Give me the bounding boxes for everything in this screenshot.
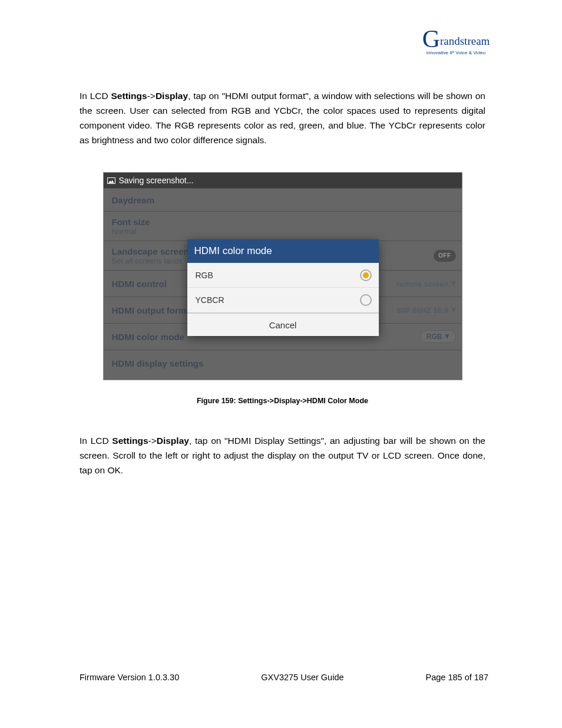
- device-screenshot: Saving screenshot... Daydream Font size …: [103, 172, 462, 380]
- row-hdmi-display-label: HDMI display settings: [112, 358, 204, 368]
- brand-initial: G: [422, 31, 440, 48]
- radio-selected-icon[interactable]: [360, 269, 372, 281]
- row-hdmi-output-right: 80P 60HZ 16:9: [397, 306, 456, 315]
- row-daydream-label: Daydream: [112, 195, 155, 205]
- row-font-size-value: Normal: [112, 227, 137, 236]
- p2-display: Display: [157, 436, 189, 446]
- status-bar: Saving screenshot...: [104, 173, 462, 188]
- p2-settings: Settings: [112, 436, 148, 446]
- document-page: Grandstream Innovative IP Voice & Video …: [0, 0, 562, 728]
- row-landscape-title: Landscape screen: [112, 246, 189, 256]
- footer-page-number: Page 185 of 187: [426, 673, 488, 682]
- row-font-size[interactable]: Font size Normal: [104, 212, 462, 241]
- paragraph-1: In LCD Settings->Display, tap on "HDMI o…: [80, 88, 485, 147]
- hdmi-color-mode-dialog: HDMI color mode RGB YCBCR Cancel: [187, 239, 379, 336]
- status-text: Saving screenshot...: [119, 176, 194, 185]
- rgb-capsule-label: RGB: [427, 332, 442, 341]
- row-hdmi-control-label: HDMI control: [112, 279, 167, 289]
- figure-screenshot: Saving screenshot... Daydream Font size …: [103, 172, 462, 405]
- row-hdmi-color-right: RGB: [420, 330, 456, 343]
- radio-unselected-icon[interactable]: [360, 294, 372, 306]
- triangle-icon: [451, 281, 455, 286]
- p1-pre: In LCD: [80, 91, 111, 101]
- figure-caption: Figure 159: Settings->Display->HDMI Colo…: [103, 397, 462, 405]
- screenshot-icon: [107, 177, 115, 184]
- p2-sep: ->: [148, 436, 157, 446]
- p1-display: Display: [156, 91, 188, 101]
- footer-firmware: Firmware Version 1.0.3.30: [80, 673, 179, 682]
- dialog-option-rgb[interactable]: RGB: [187, 263, 379, 288]
- row-hdmi-control-value: remote screen: [396, 279, 449, 288]
- row-daydream[interactable]: Daydream: [104, 188, 462, 212]
- off-badge[interactable]: OFF: [434, 250, 456, 262]
- p1-sep: ->: [147, 91, 156, 101]
- page-footer: Firmware Version 1.0.3.30 GXV3275 User G…: [80, 673, 488, 682]
- p1-settings: Settings: [111, 91, 147, 101]
- rgb-capsule[interactable]: RGB: [420, 330, 456, 343]
- footer-title: GXV3275 User Guide: [261, 673, 343, 682]
- dialog-option-ycbcr-label: YCBCR: [196, 295, 224, 305]
- row-hdmi-control-right: remote screen: [396, 279, 456, 288]
- row-landscape-right: OFF: [434, 250, 456, 262]
- triangle-icon: [451, 308, 455, 312]
- p2-pre: In LCD: [80, 436, 112, 446]
- row-hdmi-output-value: 80P 60HZ 16:9: [397, 306, 449, 315]
- triangle-icon: [445, 334, 449, 339]
- dialog-option-ycbcr[interactable]: YCBCR: [187, 288, 379, 312]
- brand-name: Grandstream: [415, 31, 497, 50]
- row-hdmi-color-label: HDMI color mode: [112, 332, 184, 342]
- row-font-size-title: Font size: [112, 217, 150, 227]
- paragraph-2: In LCD Settings->Display, tap on "HDMI D…: [80, 433, 485, 477]
- row-hdmi-output-label: HDMI output forma: [112, 305, 191, 315]
- row-hdmi-display-settings[interactable]: HDMI display settings: [104, 350, 462, 377]
- dialog-option-rgb-label: RGB: [196, 271, 213, 280]
- row-landscape-sub: Set all screens lands: [112, 256, 183, 265]
- cancel-button[interactable]: Cancel: [187, 312, 379, 336]
- brand-tagline: Innovative IP Voice & Video: [415, 50, 497, 55]
- dialog-title: HDMI color mode: [187, 239, 379, 263]
- brand-rest: randstream: [440, 35, 490, 47]
- brand-logo: Grandstream Innovative IP Voice & Video: [415, 31, 497, 55]
